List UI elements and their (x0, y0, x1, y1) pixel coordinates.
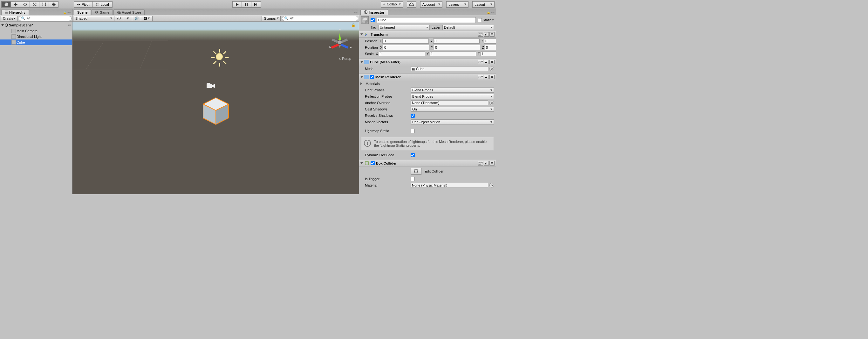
gizmos-dropdown[interactable]: Gizmos (261, 16, 281, 21)
scene-menu-icon[interactable]: ▾≡ (68, 24, 71, 27)
scene-search-input[interactable]: 🔍 (282, 16, 358, 21)
panel-menu-icon[interactable]: ▾≡ (67, 11, 71, 14)
cloud-button[interactable] (407, 1, 416, 8)
hierarchy-tab[interactable]: ☰ Hierarchy (1, 9, 29, 15)
is-trigger-checkbox[interactable] (411, 177, 415, 181)
preset-button[interactable]: ⇄ (484, 161, 489, 166)
anchor-override-field[interactable]: None (Transform) (411, 100, 488, 105)
panel-menu-icon[interactable]: ▾≡ (354, 11, 358, 14)
lock-icon[interactable]: 🔒 (63, 11, 67, 14)
expand-icon[interactable] (1, 24, 4, 26)
rot-y-input[interactable] (434, 45, 480, 50)
static-dropdown[interactable] (492, 20, 494, 21)
hierarchy-item[interactable]: Main Camera (0, 28, 72, 34)
hierarchy-item[interactable]: Directional Light (0, 34, 72, 39)
fold-icon[interactable] (361, 162, 363, 164)
preset-button[interactable]: ⇄ (484, 32, 489, 37)
light-gizmo[interactable] (210, 47, 229, 66)
lightmap-static-checkbox[interactable] (411, 129, 415, 133)
panel-menu-icon[interactable]: ▾≡ (491, 11, 495, 14)
layers-dropdown[interactable]: Layers (446, 1, 468, 8)
rot-x-input[interactable] (383, 45, 429, 50)
tag-dropdown[interactable]: Untagged (378, 25, 430, 30)
rect-tool-button[interactable] (39, 1, 49, 8)
shading-mode-dropdown[interactable]: Shaded (73, 16, 115, 21)
mesh-renderer-title: Mesh Renderer (375, 75, 477, 79)
scene-viewport[interactable]: x y z 🔒 ≤Persp (72, 22, 359, 194)
context-menu-button[interactable]: ⚙ (490, 161, 495, 166)
orientation-gizmo[interactable]: x y z (327, 28, 352, 54)
gizmo-lock-icon[interactable]: 🔒 (351, 23, 355, 27)
play-button[interactable] (232, 1, 242, 8)
light-probes-dropdown[interactable]: Blend Probes (411, 88, 494, 93)
2d-toggle[interactable]: 2D (115, 16, 123, 21)
dynamic-occluded-checkbox[interactable] (411, 153, 415, 157)
asset-store-tab[interactable]: 🛍Asset Store (114, 9, 145, 15)
object-picker-button[interactable]: ⊙ (490, 183, 494, 188)
pivot-toggle-button[interactable]: ▪▸Pivot (74, 1, 93, 8)
collider-material-field[interactable]: None (Physic Material) (411, 183, 488, 188)
motion-vectors-dropdown[interactable]: Per Object Motion (411, 119, 494, 124)
hierarchy-item-selected[interactable]: Cube (0, 39, 72, 45)
pos-x-input[interactable] (382, 38, 429, 44)
context-menu-button[interactable]: ⚙ (490, 60, 495, 64)
scale-tool-button[interactable] (30, 1, 39, 8)
object-picker-button[interactable]: ⊙ (490, 101, 494, 105)
collab-dropdown[interactable]: ✓ Collab (381, 1, 403, 8)
scl-x-input[interactable] (379, 51, 425, 56)
static-checkbox[interactable] (478, 18, 482, 22)
game-tab[interactable]: ⚙Game (92, 9, 113, 15)
create-dropdown[interactable]: Create▾ (1, 16, 18, 21)
lock-icon[interactable]: 🔒 (487, 11, 490, 14)
rotate-tool-button[interactable] (20, 1, 30, 8)
fold-icon[interactable] (361, 61, 363, 63)
account-dropdown[interactable]: Account (420, 1, 442, 8)
context-menu-button[interactable]: ⚙ (490, 75, 495, 79)
layout-dropdown[interactable]: Layout (472, 1, 495, 8)
step-button[interactable] (251, 1, 261, 8)
audio-toggle[interactable]: 🔊 (132, 16, 141, 21)
projection-label[interactable]: ≤Persp (339, 57, 351, 60)
box-collider-enable-checkbox[interactable] (371, 161, 375, 165)
pos-y-input[interactable] (433, 38, 479, 44)
fold-icon[interactable] (361, 33, 363, 35)
local-toggle-button[interactable]: ⬚Local (93, 1, 112, 8)
top-toolbar: ▪▸Pivot ⬚Local ✓ Collab Account Layers L… (0, 0, 496, 9)
help-button[interactable]: ⬚? (478, 75, 483, 79)
name-input[interactable] (377, 17, 476, 23)
fold-icon[interactable] (361, 82, 362, 85)
transform-tool-button[interactable] (49, 1, 59, 8)
scene-tab[interactable]: Scene (74, 9, 91, 15)
pos-z-input[interactable] (484, 38, 496, 44)
preset-button[interactable]: ⇄ (484, 60, 489, 64)
pause-button[interactable] (242, 1, 251, 8)
reflection-probes-dropdown[interactable]: Blend Probes (411, 94, 494, 99)
scl-z-input[interactable] (480, 51, 496, 56)
active-checkbox[interactable] (371, 18, 375, 22)
receive-shadows-checkbox[interactable] (411, 114, 415, 118)
cast-shadows-dropdown[interactable]: On (411, 107, 494, 112)
context-menu-button[interactable]: ⚙ (490, 32, 495, 37)
lighting-toggle[interactable]: ☀ (123, 16, 132, 21)
rot-z-input[interactable] (485, 45, 496, 50)
preset-button[interactable]: ⇄ (484, 75, 489, 79)
edit-collider-button[interactable] (411, 168, 422, 175)
help-button[interactable]: ⬚? (478, 60, 483, 64)
fold-icon[interactable] (361, 76, 363, 78)
hierarchy-search-input[interactable]: 🔍 (19, 16, 71, 21)
camera-gizmo[interactable] (206, 82, 216, 92)
object-picker-button[interactable]: ⊙ (490, 66, 494, 71)
help-button[interactable]: ⬚? (478, 161, 483, 166)
fx-toggle[interactable]: 🖼 (141, 16, 153, 21)
inspector-tab[interactable]: ⓘ Inspector (361, 9, 388, 15)
hand-tool-button[interactable] (1, 1, 11, 8)
gameobject-icon-picker[interactable] (361, 16, 369, 24)
mesh-object-field[interactable]: ▦Cube (411, 66, 488, 71)
scene-row[interactable]: SampleScene* ▾≡ (0, 22, 72, 28)
mesh-renderer-enable-checkbox[interactable] (370, 75, 374, 79)
layer-dropdown[interactable]: Default (442, 25, 494, 30)
help-button[interactable]: ⬚? (478, 32, 483, 37)
scl-y-input[interactable] (430, 51, 476, 56)
move-tool-button[interactable] (11, 1, 20, 8)
selected-object-cube[interactable] (200, 95, 232, 127)
